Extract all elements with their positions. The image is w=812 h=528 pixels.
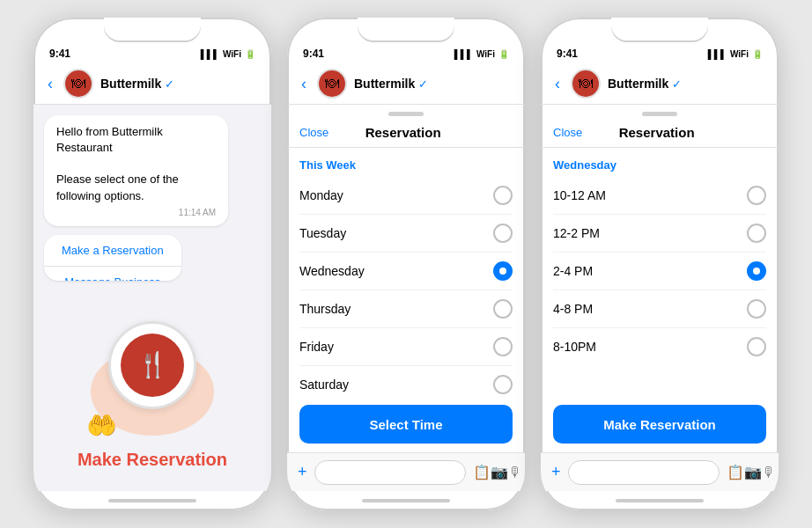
- time-2-4-label: 2-4 PM: [553, 264, 593, 278]
- message-input-3[interactable]: [568, 460, 720, 485]
- reservation-title-2: Reservation: [365, 125, 441, 140]
- time-10-12-radio[interactable]: [747, 186, 766, 205]
- chat-actions-1: Make a Reservation Message Business: [44, 235, 181, 281]
- message-time-1: 11:14 AM: [56, 208, 216, 217]
- day-wednesday[interactable]: Wednesday: [299, 253, 513, 290]
- camera-icon-2[interactable]: 📷: [491, 464, 508, 480]
- day-tuesday-radio[interactable]: [493, 224, 513, 243]
- select-time-button[interactable]: Select Time: [299, 405, 513, 444]
- day-saturday-radio[interactable]: [493, 375, 513, 394]
- status-time-3: 9:41: [557, 48, 578, 60]
- day-thursday[interactable]: Thursday: [299, 290, 513, 328]
- day-friday-radio[interactable]: [493, 337, 513, 356]
- close-button-2[interactable]: Close: [299, 126, 328, 139]
- chat-content-1: Hello from Buttermilk Restaurant Please …: [33, 105, 271, 291]
- day-wednesday-radio[interactable]: [493, 261, 513, 281]
- make-reservation-action[interactable]: Make a Reservation: [44, 235, 181, 267]
- signal-icon: ▌▌▌: [201, 49, 219, 59]
- chat-bubble-1: Hello from Buttermilk Restaurant Please …: [44, 115, 228, 226]
- mic-icon-2[interactable]: 🎙: [508, 465, 522, 480]
- message-text-1: Hello from Buttermilk Restaurant: [56, 124, 216, 156]
- status-time-1: 9:41: [49, 48, 70, 60]
- section-label-2: This Week: [299, 158, 513, 172]
- status-time-2: 9:41: [303, 48, 324, 60]
- day-tuesday[interactable]: Tuesday: [299, 215, 513, 253]
- chat-header-2: ‹ 🍽 Buttermilk ✓: [287, 63, 525, 105]
- time-4-8-radio[interactable]: [747, 299, 766, 319]
- message-business-action[interactable]: Message Business: [44, 267, 181, 281]
- day-monday-radio[interactable]: [493, 186, 513, 205]
- compose-icon-3[interactable]: +: [551, 463, 561, 481]
- home-indicator-1: [33, 491, 271, 510]
- camera-icon-3[interactable]: 📷: [744, 464, 762, 480]
- time-4-8[interactable]: 4-8 PM: [553, 290, 766, 328]
- restaurant-info-3: Buttermilk ✓: [608, 77, 768, 91]
- time-8-10-label: 8-10PM: [553, 340, 596, 354]
- plate-circle: 🍴: [108, 321, 196, 409]
- time-12-2-label: 12-2 PM: [553, 226, 600, 240]
- close-button-3[interactable]: Close: [553, 126, 582, 139]
- compose-icon-2[interactable]: +: [298, 463, 307, 481]
- make-reservation-label: Make Reservation: [78, 450, 227, 470]
- time-12-2[interactable]: 12-2 PM: [553, 215, 766, 253]
- day-saturday-label: Saturday: [299, 378, 349, 392]
- time-list: Wednesday 10-12 AM 12-2 PM 2-4 PM 4-8 PM: [541, 148, 779, 398]
- status-bar-3: 9:41 ▌▌▌ WiFi 🔋: [541, 44, 779, 63]
- back-button-1[interactable]: ‹: [44, 74, 56, 93]
- day-list: This Week Monday Tuesday Wednesday Thurs…: [287, 148, 525, 398]
- home-indicator-3: [541, 491, 779, 510]
- phone-toolbar-3: + 📋 📷 🎙: [541, 452, 779, 491]
- time-8-10[interactable]: 8-10PM: [553, 328, 766, 365]
- day-thursday-radio[interactable]: [493, 299, 513, 319]
- restaurant-name-1: Buttermilk: [100, 77, 161, 91]
- restaurant-name-3: Buttermilk: [608, 77, 668, 91]
- time-12-2-radio[interactable]: [747, 224, 766, 243]
- signal-icon-2: ▌▌▌: [454, 49, 473, 59]
- day-wednesday-label: Wednesday: [299, 264, 365, 278]
- reservation-title-3: Reservation: [619, 125, 695, 140]
- drag-bar-2: [388, 112, 424, 116]
- restaurant-logo-3: 🍽: [571, 69, 601, 99]
- time-10-12[interactable]: 10-12 AM: [553, 177, 766, 215]
- battery-icon-3: 🔋: [752, 49, 763, 59]
- back-button-2[interactable]: ‹: [298, 74, 310, 93]
- note-icon-2[interactable]: 📋: [473, 464, 491, 480]
- chat-header-3: ‹ 🍽 Buttermilk ✓: [541, 63, 779, 105]
- plate-inner: 🍴: [121, 334, 184, 397]
- time-2-4-radio[interactable]: [747, 261, 766, 281]
- message-input-2[interactable]: [314, 460, 466, 485]
- wifi-icon-2: WiFi: [476, 49, 495, 59]
- battery-icon-2: 🔋: [498, 49, 509, 59]
- status-icons-1: ▌▌▌ WiFi 🔋: [201, 49, 255, 59]
- day-saturday[interactable]: Saturday: [299, 366, 513, 398]
- drag-bar-3: [642, 112, 677, 116]
- message-input-area-2: [314, 460, 466, 485]
- note-icon-3[interactable]: 📋: [727, 464, 744, 480]
- day-monday[interactable]: Monday: [299, 177, 513, 215]
- reservation-header-2: Close Reservation: [287, 120, 525, 148]
- illustration-area: 🍴 🤲 Make Reservation: [33, 291, 271, 492]
- time-8-10-radio[interactable]: [747, 337, 766, 356]
- restaurant-info-1: Buttermilk ✓: [100, 77, 261, 91]
- mic-icon-3[interactable]: 🎙: [762, 465, 776, 480]
- status-bar-1: 9:41 ▌▌▌ WiFi 🔋: [33, 44, 271, 63]
- status-icons-2: ▌▌▌ WiFi 🔋: [454, 49, 509, 59]
- battery-icon: 🔋: [245, 49, 255, 59]
- message-text-2: Please select one of the following optio…: [56, 172, 216, 203]
- time-2-4[interactable]: 2-4 PM: [553, 253, 766, 290]
- restaurant-logo-1: 🍽: [63, 69, 93, 99]
- day-friday[interactable]: Friday: [299, 328, 513, 366]
- fork-knife-icon: 🍴: [137, 350, 168, 379]
- make-reservation-button[interactable]: Make Reservation: [553, 405, 766, 444]
- signal-icon-3: ▌▌▌: [708, 49, 727, 59]
- status-bar-2: 9:41 ▌▌▌ WiFi 🔋: [287, 44, 525, 63]
- day-thursday-label: Thursday: [299, 302, 351, 316]
- reservation-header-3: Close Reservation: [541, 120, 779, 148]
- day-monday-label: Monday: [299, 188, 343, 202]
- phone-toolbar-2: + 📋 📷 🎙: [287, 452, 525, 491]
- day-friday-label: Friday: [299, 340, 334, 354]
- status-icons-3: ▌▌▌ WiFi 🔋: [708, 49, 763, 59]
- back-button-3[interactable]: ‹: [551, 74, 564, 93]
- verified-badge-1: ✓: [165, 77, 174, 91]
- time-10-12-label: 10-12 AM: [553, 188, 606, 202]
